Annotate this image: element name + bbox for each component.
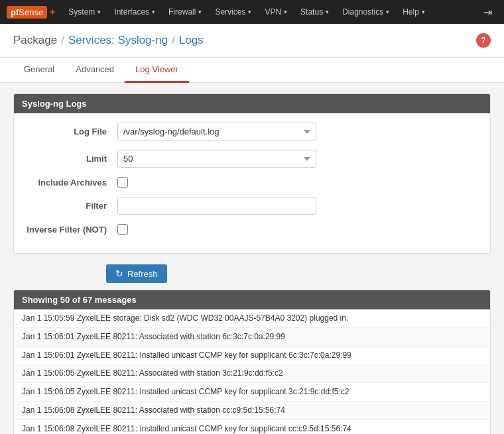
nav-interfaces[interactable]: Interfaces ▾ — [107, 0, 162, 24]
tab-advanced[interactable]: Advanced — [65, 58, 125, 83]
breadcrumb-logs: Logs — [179, 34, 204, 47]
logout-button[interactable]: ⇥ — [478, 6, 497, 19]
chevron-down-icon: ▾ — [284, 9, 287, 15]
log-entry: Jan 1 15:06:08 ZyxelLEE 80211: Associate… — [14, 402, 490, 420]
inverse-filter-checkbox[interactable] — [117, 224, 128, 235]
top-navigation: pfSense + System ▾ Interfaces ▾ Firewall… — [0, 0, 504, 24]
nav-help[interactable]: Help ▾ — [396, 0, 432, 24]
log-entries-container: Jan 1 15:05:59 ZyxelLEE storage: Disk sd… — [14, 309, 490, 434]
log-entry: Jan 1 15:06:01 ZyxelLEE 80211: Associate… — [14, 328, 490, 347]
breadcrumb: Package / Services: Syslog-ng / Logs — [13, 34, 204, 47]
nav-diagnostics[interactable]: Diagnostics ▾ — [336, 0, 396, 24]
log-results-header: Showing 50 of 67 messages — [14, 290, 490, 309]
log-entry: Jan 1 15:06:08 ZyxelLEE 80211: Installed… — [14, 420, 490, 434]
chevron-down-icon: ▾ — [97, 9, 101, 15]
log-file-label: Log File — [25, 127, 117, 136]
log-entry: Jan 1 15:06:05 ZyxelLEE 80211: Installed… — [14, 383, 490, 402]
logo-plus: + — [50, 7, 55, 17]
breadcrumb-bar: Package / Services: Syslog-ng / Logs ? — [0, 24, 504, 58]
main-content: Syslog-ng Logs Log File /var/syslog-ng/d… — [0, 83, 504, 434]
limit-label: Limit — [25, 154, 117, 164]
nav-system[interactable]: System ▾ — [62, 0, 107, 24]
include-archives-label: Include Archives — [25, 178, 117, 188]
tab-general[interactable]: General — [13, 58, 65, 83]
include-archives-checkbox[interactable] — [117, 177, 128, 188]
refresh-icon: ↻ — [115, 268, 123, 279]
chevron-down-icon: ▾ — [248, 9, 251, 15]
nav-menu: System ▾ Interfaces ▾ Firewall ▾ Service… — [62, 0, 478, 24]
inverse-filter-label: Inverse Filter (NOT) — [25, 225, 117, 235]
inverse-filter-row: Inverse Filter (NOT) — [25, 224, 479, 235]
include-archives-row: Include Archives — [25, 177, 479, 188]
log-file-select[interactable]: /var/syslog-ng/default.log — [117, 123, 316, 140]
log-entry: Jan 1 15:05:59 ZyxelLEE storage: Disk sd… — [14, 309, 490, 328]
filter-row: Filter — [25, 197, 479, 215]
breadcrumb-sep-2: / — [172, 34, 175, 47]
limit-select[interactable]: 50 100 250 500 — [117, 150, 316, 168]
log-results-section: Showing 50 of 67 messages Jan 1 15:05:59… — [13, 290, 491, 434]
nav-status[interactable]: Status ▾ — [294, 0, 336, 24]
section-body: Log File /var/syslog-ng/default.log Limi… — [14, 113, 490, 253]
limit-row: Limit 50 100 250 500 — [25, 150, 479, 168]
nav-services[interactable]: Services ▾ — [208, 0, 258, 24]
log-file-row: Log File /var/syslog-ng/default.log — [25, 123, 479, 140]
nav-vpn[interactable]: VPN ▾ — [258, 0, 294, 24]
filter-input[interactable] — [117, 197, 316, 215]
help-button[interactable]: ? — [476, 33, 491, 48]
chevron-down-icon: ▾ — [326, 9, 329, 15]
refresh-label: Refresh — [127, 269, 158, 279]
chevron-down-icon: ▾ — [198, 9, 202, 15]
log-entry: Jan 1 15:06:01 ZyxelLEE 80211: Installed… — [14, 347, 490, 365]
logo[interactable]: pfSense + — [7, 6, 55, 19]
syslog-logs-section: Syslog-ng Logs Log File /var/syslog-ng/d… — [13, 93, 491, 254]
breadcrumb-services-syslog[interactable]: Services: Syslog-ng — [68, 34, 168, 47]
filter-label: Filter — [25, 201, 117, 211]
chevron-down-icon: ▾ — [422, 9, 425, 15]
tab-log-viewer[interactable]: Log Viewer — [125, 58, 189, 83]
breadcrumb-package: Package — [13, 34, 57, 47]
breadcrumb-sep-1: / — [61, 34, 64, 47]
nav-firewall[interactable]: Firewall ▾ — [162, 0, 208, 24]
chevron-down-icon: ▾ — [152, 9, 155, 15]
section-header: Syslog-ng Logs — [14, 94, 490, 113]
tabs-bar: General Advanced Log Viewer — [0, 58, 504, 83]
refresh-button[interactable]: ↻ Refresh — [106, 264, 167, 283]
logo-pfsense: pfSense — [7, 6, 47, 19]
chevron-down-icon: ▾ — [386, 9, 389, 15]
log-entry: Jan 1 15:06:05 ZyxelLEE 80211: Associate… — [14, 364, 490, 383]
